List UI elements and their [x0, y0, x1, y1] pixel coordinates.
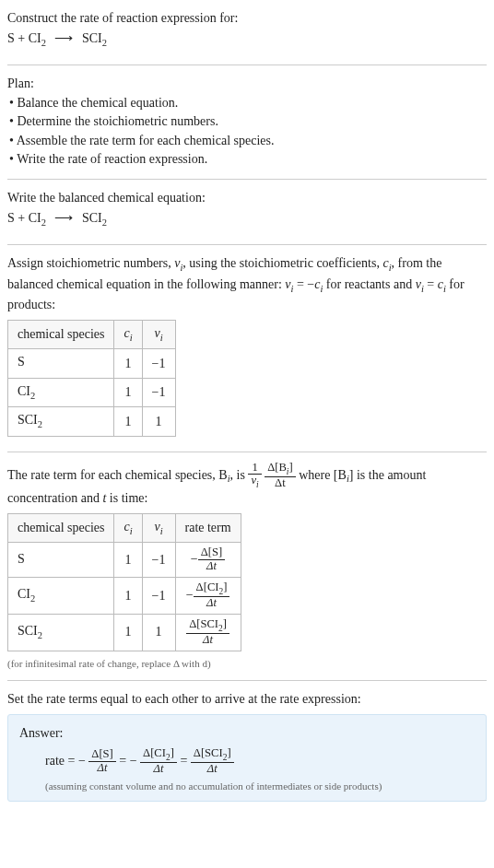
prompt-section: Construct the rate of reaction expressio…	[7, 4, 487, 61]
vi-cell: −1	[142, 378, 175, 406]
species-cell: S	[8, 543, 114, 578]
fraction-denominator: Δt	[88, 762, 116, 775]
fraction-denominator: Δt	[194, 597, 230, 610]
table-row: SCI2 1 1	[8, 407, 176, 436]
num-text: Δ[SCI	[189, 617, 218, 630]
neg-sign: −	[191, 552, 198, 566]
plan-item: • Write the rate of reaction expression.	[9, 150, 487, 169]
fraction-denominator: νi	[248, 475, 261, 489]
species-sub: 2	[38, 630, 42, 640]
rate-cell: −Δ[S]Δt	[175, 543, 241, 578]
vi-cell: −1	[142, 349, 175, 378]
balanced-equation: S + CI2 ⟶ SCI2	[7, 209, 487, 229]
col-ci: ci	[114, 513, 142, 542]
i-subscript: i	[256, 480, 259, 489]
species-name: CI	[18, 587, 30, 601]
ci-cell: 1	[114, 407, 142, 436]
balanced-lhs: S + CI	[7, 211, 41, 225]
species-sub: 2	[38, 419, 42, 429]
divider	[7, 680, 487, 681]
balanced-arrow: ⟶	[49, 211, 78, 225]
vi-cell: 1	[142, 614, 175, 651]
num-text: Δ[CI	[196, 581, 219, 593]
text-fragment: where [B	[299, 467, 347, 481]
i-subscript: i	[130, 526, 133, 536]
vi-cell: 1	[142, 407, 175, 436]
vi-cell: −1	[142, 543, 175, 578]
species-cell: SCI2	[8, 407, 114, 436]
species-sub: 2	[30, 390, 35, 400]
text-fragment: for reactants and	[323, 277, 415, 291]
divider	[7, 65, 487, 65]
ci-cell: 1	[114, 543, 142, 578]
close-bracket: ]	[288, 461, 292, 474]
ci-cell: 1	[114, 378, 142, 406]
species-name: SCI	[18, 413, 38, 427]
rate-cell: −Δ[CI2]Δt	[175, 578, 241, 615]
rateterm-table: chemical species ci νi rate term S 1 −1 …	[7, 513, 241, 651]
term3: Δ[SCI2]Δt	[191, 747, 234, 776]
table-header-row: chemical species ci νi rate term	[8, 513, 241, 542]
table-row: SCI2 1 1 Δ[SCI2]Δt	[8, 614, 241, 651]
close-bracket: ]	[171, 746, 174, 759]
balanced-section: Write the balanced chemical equation: S …	[7, 183, 487, 240]
i-subscript: i	[160, 332, 163, 342]
table-row: S 1 −1 −Δ[S]Δt	[8, 543, 241, 578]
balanced-rhs-sub: 2	[102, 217, 107, 227]
stoich-table: chemical species ci νi S 1 −1 CI2 1 −1 S…	[7, 320, 176, 437]
text-fragment: , using the stoichiometric coefficients,	[182, 256, 382, 270]
col-vi: νi	[142, 513, 175, 542]
fraction-numerator: Δ[SCI2]	[191, 747, 234, 763]
col-ci: ci	[114, 320, 142, 348]
species-name: S	[18, 552, 25, 566]
assumption-note: (assuming constant volume and no accumul…	[19, 780, 475, 793]
col-vi: νi	[142, 320, 175, 348]
equals-neg: = −	[119, 754, 136, 768]
rate-prefix: rate = −	[45, 754, 86, 768]
rate-expression: rate = − Δ[S]Δt = − Δ[CI2]Δt = Δ[SCI2]Δt	[19, 747, 475, 776]
term1: Δ[S]Δt	[88, 748, 116, 775]
fraction-numerator: Δ[CI2]	[194, 581, 230, 597]
species-name: S	[18, 355, 25, 369]
balanced-rhs: SCI	[82, 211, 102, 225]
ci-cell: 1	[114, 349, 142, 378]
num-text: Δ[SCI	[194, 746, 223, 759]
answer-block: Answer: rate = − Δ[S]Δt = − Δ[CI2]Δt = Δ…	[7, 714, 487, 803]
close-bracket: ]	[223, 617, 227, 630]
i-subscript: i	[160, 526, 163, 536]
species-name: CI	[18, 384, 30, 398]
table-footnote: (for infinitesimal rate of change, repla…	[7, 657, 487, 671]
text-fragment: is time:	[106, 491, 147, 505]
plan-item: • Assemble the rate term for each chemic…	[9, 132, 487, 150]
rateterm-paragraph: The rate term for each chemical species,…	[7, 462, 487, 508]
fraction-numerator: 1	[248, 462, 261, 475]
table-row: CI2 1 −1 −Δ[CI2]Δt	[8, 578, 241, 615]
close-bracket: ]	[223, 581, 227, 593]
reaction-equation: S + CI2 ⟶ SCI2	[7, 29, 487, 50]
species-cell: CI2	[8, 578, 114, 615]
num-text: Δ[CI	[143, 746, 166, 759]
text-fragment: = −	[293, 277, 314, 291]
fraction-numerator: Δ[CI2]	[140, 747, 177, 763]
i-subscript: i	[130, 332, 133, 342]
delta-text: Δ[B	[267, 461, 287, 474]
vi-cell: −1	[142, 578, 175, 615]
plan-section: Plan: • Balance the chemical equation. •…	[7, 69, 487, 175]
rate-fraction: Δ[SCI2]Δt	[186, 618, 229, 647]
answer-label: Answer:	[19, 724, 475, 743]
fraction-denominator: Δt	[265, 477, 296, 490]
neg-sign: −	[186, 588, 194, 602]
close-bracket: ]	[227, 746, 230, 759]
balanced-lhs-sub: 2	[41, 217, 46, 227]
col-species: chemical species	[8, 320, 114, 348]
table-row: S 1 −1	[8, 349, 176, 378]
reaction-rhs: SCI	[82, 31, 102, 45]
final-intro: Set the rate terms equal to each other t…	[7, 690, 487, 709]
balanced-intro: Write the balanced chemical equation:	[7, 189, 487, 207]
rate-fraction: Δ[S]Δt	[198, 546, 226, 573]
prompt-text: Construct the rate of reaction expressio…	[7, 9, 487, 28]
reaction-lhs: S + CI	[7, 31, 41, 45]
divider	[7, 244, 487, 245]
text-fragment: The rate term for each chemical species,…	[7, 467, 228, 481]
plan-item: • Determine the stoichiometric numbers.	[9, 112, 487, 131]
